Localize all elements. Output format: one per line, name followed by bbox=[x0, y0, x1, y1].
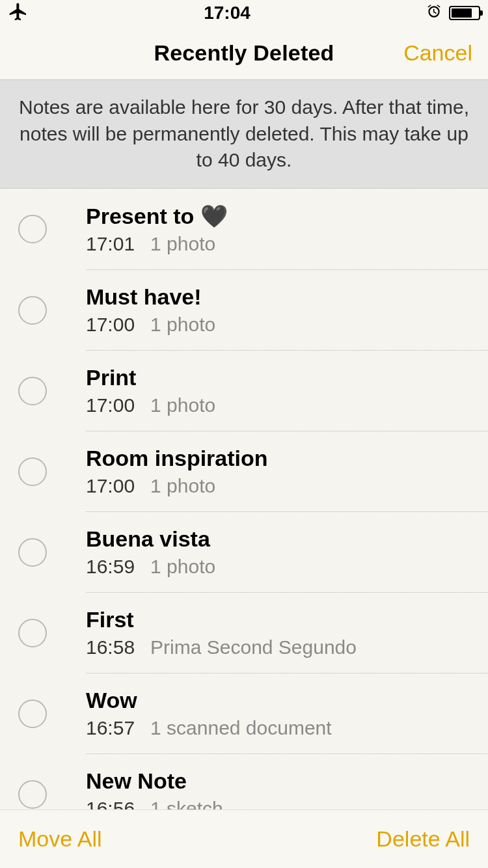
select-circle-icon[interactable] bbox=[18, 780, 47, 809]
airplane-mode-icon bbox=[8, 1, 29, 25]
select-circle-icon[interactable] bbox=[18, 619, 47, 647]
note-preview: 1 photo bbox=[150, 556, 215, 578]
note-time: 17:00 bbox=[86, 394, 135, 416]
note-time: 17:00 bbox=[86, 475, 135, 497]
status-left bbox=[8, 1, 29, 25]
select-circle-icon[interactable] bbox=[18, 538, 47, 567]
select-circle-icon[interactable] bbox=[18, 377, 47, 405]
bottom-toolbar: Move All Delete All bbox=[0, 809, 488, 868]
note-row[interactable]: Present to 🖤 17:01 1 photo bbox=[0, 189, 488, 270]
note-preview: 1 photo bbox=[150, 233, 215, 255]
note-title: Buena vista bbox=[86, 526, 475, 552]
note-title: New Note bbox=[86, 768, 475, 794]
note-row[interactable]: New Note 16:56 1 sketch bbox=[0, 754, 488, 810]
note-preview: 1 photo bbox=[150, 475, 215, 497]
note-title: First bbox=[86, 607, 475, 632]
retention-banner: Notes are available here for 30 days. Af… bbox=[0, 79, 488, 189]
note-time: 16:57 bbox=[86, 717, 135, 739]
note-title: Room inspiration bbox=[86, 446, 475, 471]
note-row[interactable]: Wow 16:57 1 scanned document bbox=[0, 673, 488, 754]
note-title: Wow bbox=[86, 688, 475, 713]
note-preview: Prima Second Segundo bbox=[150, 636, 357, 658]
note-row[interactable]: Print 17:00 1 photo bbox=[0, 351, 488, 431]
note-preview: 1 photo bbox=[150, 314, 215, 336]
note-time: 17:01 bbox=[86, 233, 135, 255]
note-body[interactable]: Room inspiration 17:00 1 photo bbox=[86, 431, 488, 512]
delete-all-button[interactable]: Delete All bbox=[376, 826, 470, 852]
move-all-button[interactable]: Move All bbox=[18, 826, 102, 852]
select-circle-icon[interactable] bbox=[18, 296, 47, 325]
note-preview: 1 photo bbox=[150, 394, 215, 416]
nav-header: Recently Deleted Cancel bbox=[0, 26, 488, 79]
note-body[interactable]: Buena vista 16:59 1 photo bbox=[86, 512, 488, 593]
status-right bbox=[426, 3, 480, 23]
note-title: Present to 🖤 bbox=[86, 203, 475, 229]
note-row[interactable]: Buena vista 16:59 1 photo bbox=[0, 512, 488, 593]
note-body[interactable]: Must have! 17:00 1 photo bbox=[86, 270, 488, 351]
page-title: Recently Deleted bbox=[154, 40, 334, 66]
select-circle-icon[interactable] bbox=[18, 215, 47, 243]
note-preview: 1 sketch bbox=[150, 798, 223, 810]
note-row[interactable]: Must have! 17:00 1 photo bbox=[0, 270, 488, 351]
note-body[interactable]: First 16:58 Prima Second Segundo bbox=[86, 593, 488, 673]
note-time: 16:59 bbox=[86, 556, 135, 578]
note-time: 17:00 bbox=[86, 314, 135, 336]
notes-list[interactable]: Present to 🖤 17:01 1 photo Must have! 17… bbox=[0, 189, 488, 810]
note-title: Must have! bbox=[86, 284, 475, 310]
cancel-button[interactable]: Cancel bbox=[403, 40, 472, 66]
note-body[interactable]: Print 17:00 1 photo bbox=[86, 351, 488, 431]
battery-icon bbox=[449, 6, 480, 20]
select-circle-icon[interactable] bbox=[18, 699, 47, 728]
select-circle-icon[interactable] bbox=[18, 457, 47, 486]
alarm-icon bbox=[426, 3, 442, 23]
status-time: 17:04 bbox=[204, 3, 251, 23]
note-body[interactable]: Present to 🖤 17:01 1 photo bbox=[86, 189, 488, 270]
note-time: 16:58 bbox=[86, 636, 135, 658]
note-row[interactable]: First 16:58 Prima Second Segundo bbox=[0, 593, 488, 673]
note-time: 16:56 bbox=[86, 798, 135, 810]
note-body[interactable]: Wow 16:57 1 scanned document bbox=[86, 673, 488, 754]
note-row[interactable]: Room inspiration 17:00 1 photo bbox=[0, 431, 488, 512]
note-body[interactable]: New Note 16:56 1 sketch bbox=[86, 754, 488, 810]
status-bar: 17:04 bbox=[0, 0, 488, 26]
note-title: Print bbox=[86, 365, 475, 390]
note-preview: 1 scanned document bbox=[150, 717, 332, 739]
